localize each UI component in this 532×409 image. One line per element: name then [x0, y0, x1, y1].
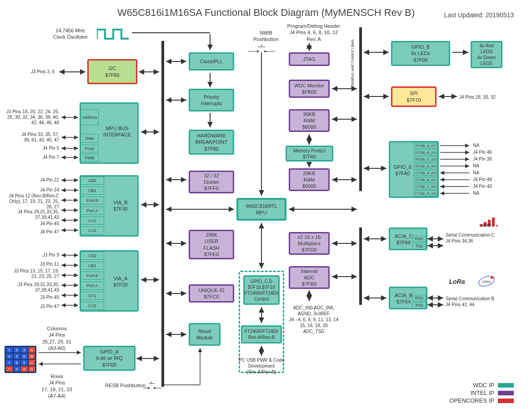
gpioe-p3: NA [473, 163, 518, 169]
gpioa-block: GPIO_A8-bit w/ IRQ$7F00 [83, 346, 136, 371]
viab-cb2-p: J4 Pin 22 [9, 177, 59, 183]
viaa-ca1: CA1 [80, 292, 104, 300]
mpubus-addr: Address [80, 109, 99, 125]
viab-label: VIA_B$7F30 [107, 199, 134, 212]
viaa-ca2-p: J3 Pin 47 [9, 304, 59, 309]
reset-block: ResetModule [189, 323, 221, 346]
clock-osc-label: 14.7456 MHzClock Oscillator [45, 27, 95, 40]
rows-label: RowsJ4 Pins17, 19, 21, 23(A7-A4) [36, 373, 77, 399]
viaa-cb2: CB2 [80, 252, 104, 260]
mpubus-rwb-pins: J4 Pin 7 [0, 155, 59, 160]
gpiob-block: GPIO_B8x LEDs$7F08 [391, 41, 450, 66]
cols-label: ColumnsJ4 Pins25,27, 29, 31(A3-A0) [36, 325, 77, 351]
viaa-pb: Port B [80, 272, 104, 280]
viab-ca1: CA1 [80, 217, 104, 225]
mpubus-data-pins: J4 Pins 33, 35, 37,39, 41, 43, 45, 47 [0, 132, 59, 143]
wdcmon-block: WDC Monitor$FB00 [289, 80, 330, 98]
dbus-label: Databus and Control Lines [350, 36, 356, 91]
jtag-block: JTAG [289, 52, 330, 66]
gpioe-s1: RTSB_B_E6 [414, 150, 437, 156]
resb-label: RESB Pushbutton [91, 382, 146, 389]
viaa-pb-p: J3 Pins 13, 15, 17, 19,21, 23, 25, 27 [0, 268, 59, 279]
spi-pins: J4 Pins 28, 30, 32 [459, 95, 518, 100]
divider-block: 32 / 32Divider$7FF0 [189, 171, 234, 193]
gpiocd-block: GPIO_C,D$7F10,$7F18FT245R/FT240XControl [243, 275, 280, 305]
gpioe-p4: NA [473, 170, 518, 176]
clockpll-block: Clock/PLL [189, 52, 234, 71]
gpioe-p5: J4 Pin 48 [473, 177, 518, 182]
gpioe-s5: CTSB_B_E2 [414, 177, 437, 183]
right-bus [359, 27, 362, 191]
svg-point-7 [148, 387, 150, 389]
viab-cb2: CB2 [80, 177, 104, 185]
viaa-pa-p: J3 Pins 29,31,33,35,37,39,41,43 [5, 282, 59, 293]
mult-block: x2 16 x 16Multipliers$7FD0 [289, 232, 330, 255]
adc-pins: ADC_IN0-ADC_IN8,AGND, 3v3REFJ4 - 4, 6, 8… [284, 305, 343, 334]
viaa-cb2-p: J3 Pin 9 [9, 252, 59, 258]
mpubus-data: Data [80, 134, 99, 143]
viab-pa-p: J4 Pins 29,31,33,35,37,39,41,43 [5, 209, 59, 220]
resb-pushbutton-icon [143, 381, 161, 390]
prog-hdr-label: Program/Debug HeaderJ4 Pins 4, 6, 8, 10,… [282, 23, 346, 42]
hwbp-block: HARDWAREBREAKPOINT$7F90 [189, 130, 234, 155]
left-bus [161, 41, 164, 387]
right-bus2 [359, 227, 362, 305]
i2c-block: I2C$7F80 [87, 59, 137, 84]
usbpwr-label: PC USB PWR & CodeDevelopment(Rev-A/Rev-B… [230, 357, 293, 375]
leds-block: 4x RedLEDS4x GreenLEDS [471, 41, 502, 68]
mpubus-phi2: PHI2 [80, 145, 99, 152]
aciab-rxd: RXD [412, 295, 426, 301]
clock-wave-icon [97, 27, 129, 41]
viaa-ca2: CA2 [80, 302, 104, 310]
gpioe-s4: CTSB_A_E3 [414, 170, 437, 176]
gpioe-label: GPIO_E$7FA0 [390, 164, 415, 177]
legend-oc: OPENCORES IP [449, 397, 514, 404]
svg-point-10 [154, 387, 156, 389]
mpubus-addr-pins: J3 Pins 18, 20, 22, 24, 26,28, 30, 32, 3… [0, 109, 59, 126]
viab-pb: Port B [80, 197, 104, 205]
mpubus-rwb: RWB [80, 154, 99, 162]
aciab-txd: TXD [412, 302, 426, 308]
mpu-block: W65C816RTLMPU [236, 198, 286, 221]
gpioe-s2: RTSB_C_E5 [414, 157, 437, 162]
gprs-icon: GPRS [477, 272, 496, 290]
viab-ca1-p: J4 Pin 45 [9, 221, 59, 227]
iadc-block: InternalADC$7FB0 [289, 266, 330, 289]
gpioe-s0: RTSB_A_E7 [414, 143, 437, 149]
gpioe-p7: NA [473, 191, 518, 196]
gpioe-p0: NA [473, 143, 518, 148]
viab-cb1: CB1 [80, 187, 104, 195]
aciab-comm: Serial Communication BJ4 Pins 42, 44 [446, 296, 514, 308]
gpioe-p1: J4 Pin 46 [473, 150, 518, 155]
svg-point-4 [264, 50, 266, 52]
gpioe-s3: RTSB_D_E4 [414, 163, 437, 169]
gpioe-p6: J4 Pin 40 [473, 184, 518, 189]
viab-ca2-p: J4 Pin 47 [9, 229, 59, 235]
uniqueid-block: UNIQUE ID$7FC0 [189, 284, 234, 303]
priority-block: PriorityInterrupts [189, 89, 234, 111]
aciac-rxd: RXD [412, 236, 426, 242]
mpubus-label: MPU BUSINTERFACE [98, 125, 136, 138]
viaa-cb1: CB1 [80, 262, 104, 270]
ram29-block: 29KBRAM$0000 [289, 168, 330, 191]
viab-cb1-p: J4 Pin 24 [9, 187, 59, 193]
legend-wdc: WDC IP [473, 382, 514, 389]
userflash-block: 296KUSERFLASH$7FE0 [189, 230, 234, 259]
keypad-icon: 123A 456B 789C *0#D [5, 346, 36, 373]
gpioe-s6: CTSB_C_E1 [414, 184, 437, 190]
svg-text:GPRS: GPRS [482, 280, 491, 283]
viaa-label: VIA_A$7F20 [107, 275, 134, 288]
viab-pb-p: J4 Pins 12 (Rev-B/Rev.COnly), 17, 19, 21… [0, 193, 59, 210]
viab-pa: Port A [80, 207, 104, 215]
aciac-comm: Serial Communication CJ4 Pins 34,36 [446, 232, 514, 244]
svg-point-18 [491, 276, 493, 279]
ft245-block: FT245R/FT240XRev-A/Rev-B [241, 325, 282, 343]
gsm-text: GSM: [481, 223, 504, 228]
legend-intel: INTEL IP [471, 389, 514, 396]
nmi-label: NMIBPushbutton [248, 30, 284, 43]
memprot-block: Memory Protect$7FA0 [286, 146, 333, 162]
svg-point-1 [257, 50, 259, 52]
spi-block: SPI$7F70 [391, 86, 437, 107]
ram30-block: 30KBRAM$8000 [289, 109, 330, 132]
gpioe-s7: CTSB_D_E0 [414, 191, 437, 197]
